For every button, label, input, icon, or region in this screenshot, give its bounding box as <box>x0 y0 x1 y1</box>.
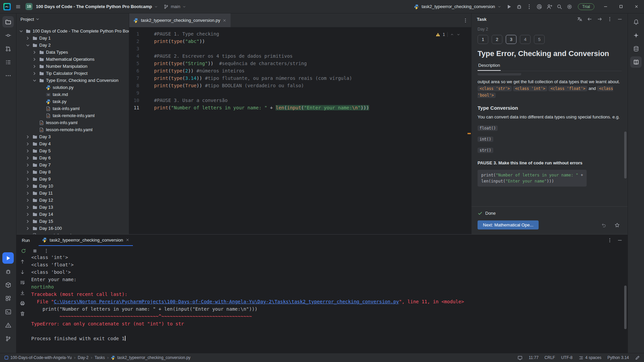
tree-item[interactable]: Number Manipulation <box>16 63 129 70</box>
chevron-right-icon[interactable] <box>25 162 31 168</box>
tool-button-debug[interactable] <box>2 266 14 277</box>
tree-item[interactable]: task-info.yaml <box>16 105 129 112</box>
task-step-3[interactable]: 3 <box>506 35 516 44</box>
project-panel-header[interactable]: Project <box>16 13 129 25</box>
code-line[interactable]: 1#PAUSE 1. Type checking <box>129 30 471 38</box>
code-line[interactable]: 5print(type("String")) #sequência de cha… <box>129 60 471 67</box>
screen-layout[interactable] <box>517 355 523 360</box>
chevron-right-icon[interactable] <box>25 141 31 147</box>
next-occurrence-button[interactable] <box>19 268 26 276</box>
tree-item[interactable]: Day 2 <box>16 42 129 49</box>
indentation[interactable]: 4 spaces <box>579 355 601 360</box>
add-user-button[interactable] <box>544 2 554 12</box>
chevron-down-icon[interactable] <box>456 33 460 37</box>
main-menu-button[interactable] <box>13 2 23 11</box>
code-line[interactable]: 6print(type(2)) #números inteiros <box>129 67 471 74</box>
scroll-to-end-button[interactable] <box>19 289 26 297</box>
chevron-right-icon[interactable] <box>32 57 37 62</box>
code-line[interactable]: 9 <box>129 89 471 97</box>
code-line[interactable]: 8print(type(True)) #tipo BOOLEAN (verdad… <box>129 82 471 89</box>
tool-button-course-tasks[interactable] <box>630 56 642 68</box>
chevron-down-icon[interactable] <box>32 78 37 83</box>
tree-item[interactable]: Day 10 <box>16 183 129 190</box>
editor-tab[interactable]: task2_typeerror_checking_conversion.py <box>129 13 231 27</box>
tool-button-ai-assistant[interactable] <box>630 30 642 41</box>
tree-item[interactable]: task-remote-info.yaml <box>16 112 129 119</box>
tool-button-terminal[interactable] <box>2 306 14 317</box>
tree-item[interactable]: Day 5 <box>16 147 129 154</box>
tool-button-run[interactable] <box>2 252 14 264</box>
maximize-button[interactable] <box>613 0 629 13</box>
editor-options-button[interactable] <box>460 13 471 27</box>
chevron-right-icon[interactable] <box>25 36 31 41</box>
tree-item[interactable]: Tip Calculator Project <box>16 70 129 77</box>
run-more-button[interactable] <box>524 2 534 12</box>
chevron-right-icon[interactable] <box>25 134 31 140</box>
settings-button[interactable] <box>564 2 575 12</box>
project-selector[interactable]: 100 Days of Code - The Complete Python P… <box>33 2 161 11</box>
code-line[interactable]: 2print(type("abc")) <box>129 38 471 45</box>
chevron-up-icon[interactable] <box>450 33 454 37</box>
line-separator[interactable]: CRLF <box>545 355 555 360</box>
console-scrollbar[interactable] <box>624 286 627 329</box>
tree-item[interactable]: lesson-remote-info.yaml <box>16 126 129 133</box>
tree-item[interactable]: Day 15 <box>16 218 129 225</box>
tree-item[interactable]: Day 16-100 <box>16 225 129 232</box>
code-line[interactable]: 10#PAUSE 3. Usar a conversão <box>129 97 471 104</box>
tree-item[interactable]: Day 12 <box>16 197 129 204</box>
tree-item[interactable]: Day 1 <box>16 35 129 42</box>
editor[interactable]: 1#PAUSE 1. Type checking2print(type("abc… <box>129 28 471 234</box>
code-line[interactable]: 11print("Number of letters in your name:… <box>129 104 471 111</box>
chevron-down-icon[interactable] <box>25 43 31 48</box>
tree-item[interactable]: Day 4 <box>16 140 129 147</box>
task-step-2[interactable]: 2 <box>492 35 502 44</box>
tree-item[interactable]: task.py <box>16 98 129 105</box>
run-button[interactable] <box>504 2 514 12</box>
close-tab-icon[interactable] <box>222 18 227 22</box>
code-line[interactable]: 3 <box>129 45 471 52</box>
task-step-1[interactable]: 1 <box>478 35 488 44</box>
chevron-right-icon[interactable] <box>25 155 31 161</box>
tool-button-more-tool-windows[interactable] <box>2 70 14 81</box>
debug-button[interactable] <box>514 2 524 12</box>
hide-panel-button[interactable] <box>615 236 624 245</box>
rerun-button[interactable] <box>19 247 28 255</box>
task-step-5[interactable]: 5 <box>534 35 545 44</box>
run-tab[interactable]: task2_typeerror_checking_conversion <box>39 235 133 246</box>
tree-item[interactable]: lesson-info.yaml <box>16 119 129 126</box>
interpreter[interactable]: Python 3.14 <box>607 355 629 360</box>
close-tab-icon[interactable] <box>126 238 130 242</box>
task-step-4[interactable]: 4 <box>520 35 531 44</box>
edit-mode[interactable] <box>635 355 640 360</box>
chevron-down-icon[interactable] <box>18 29 24 34</box>
tool-button-problems[interactable] <box>2 319 14 331</box>
tool-button-project[interactable] <box>2 16 14 28</box>
close-button[interactable] <box>629 0 644 13</box>
tool-button-structure[interactable] <box>2 56 14 68</box>
tool-button-commit[interactable] <box>2 30 14 41</box>
tree-item[interactable]: 100 Days of Code - The Complete Python P… <box>16 28 129 35</box>
chevron-right-icon[interactable] <box>25 226 31 231</box>
chevron-right-icon[interactable] <box>25 219 31 224</box>
chevron-right-icon[interactable] <box>25 148 31 154</box>
tree-item[interactable]: Day 7 <box>16 161 129 168</box>
rate-task-button[interactable] <box>613 221 622 229</box>
previous-task-button[interactable] <box>585 15 594 23</box>
trial-badge[interactable]: Trial <box>578 3 594 10</box>
minimize-button[interactable] <box>598 0 613 13</box>
tree-item[interactable]: Type Error, Checking and Conversion <box>16 77 129 84</box>
console-output[interactable]: <class 'int'><class 'float'><class 'bool… <box>29 254 628 353</box>
print-button[interactable] <box>19 300 26 307</box>
code-line[interactable]: 4#PAUSE 2. Escrever os 4 tipos de dados … <box>129 52 471 60</box>
more-options-button[interactable] <box>605 15 614 23</box>
more-options-button[interactable] <box>605 236 614 245</box>
reset-task-button[interactable] <box>599 221 608 229</box>
tool-button-version-control[interactable] <box>2 333 14 344</box>
soft-wrap-button[interactable] <box>19 279 26 286</box>
tree-item[interactable]: Day 8 <box>16 168 129 175</box>
tree-item[interactable]: solution.py <box>16 84 129 91</box>
breadcrumb-item[interactable]: Tasks <box>95 355 105 360</box>
warning-stripe-mark[interactable] <box>467 133 471 134</box>
branch-selector[interactable]: main <box>161 2 189 11</box>
tool-button-notifications[interactable] <box>630 16 642 28</box>
